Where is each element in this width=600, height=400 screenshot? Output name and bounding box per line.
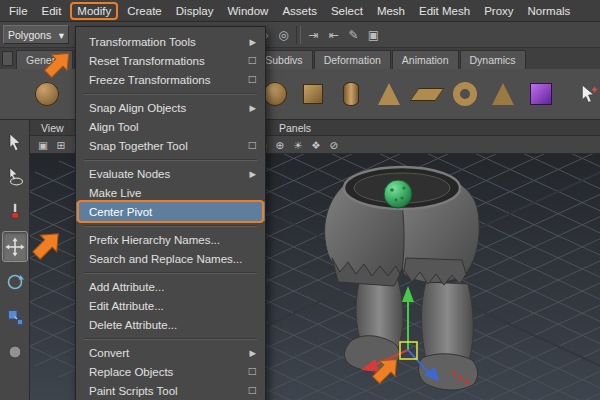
menu-separator xyxy=(84,338,257,339)
last-used-tool[interactable] xyxy=(2,336,28,367)
menu-item-evaluate-nodes[interactable]: Evaluate Nodes▶ xyxy=(76,164,265,183)
menu-separator xyxy=(84,159,257,160)
panel-menu-view[interactable]: View xyxy=(34,121,71,135)
annotation-arrow-shelf xyxy=(40,46,76,86)
polygon-cylinder-icon[interactable] xyxy=(332,72,370,116)
screen-ao-icon[interactable]: ⊘ xyxy=(326,137,342,152)
toolbox xyxy=(0,120,30,400)
submenu-arrow-icon: ▶ xyxy=(249,348,256,358)
submenu-arrow-icon: ▶ xyxy=(249,169,256,179)
panel-menu-panels[interactable]: Panels xyxy=(272,121,318,135)
shelf-tab-dynamics[interactable]: Dynamics xyxy=(460,50,526,69)
menu-select[interactable]: Select xyxy=(324,2,370,20)
option-box-icon[interactable]: □ xyxy=(249,364,256,378)
grid-toggle-icon[interactable]: ⊞ xyxy=(53,137,69,152)
menu-separator xyxy=(84,93,257,94)
select-tool[interactable] xyxy=(2,126,28,157)
polygon-cone-icon[interactable] xyxy=(370,72,408,116)
menu-item-edit-attribute[interactable]: Edit Attribute... xyxy=(76,296,265,315)
render-view-icon[interactable]: ▣ xyxy=(364,25,383,44)
make-live-icon[interactable]: ◎ xyxy=(274,25,293,44)
output-connections-icon[interactable]: ⇤ xyxy=(324,25,343,44)
scale-tool[interactable] xyxy=(2,301,28,332)
maya-window: File Edit Modify Create Display Window A… xyxy=(0,0,600,400)
menu-item-paint-scripts-tool[interactable]: Paint Scripts Tool□ xyxy=(76,381,265,400)
menu-set-selector[interactable]: Polygons ▾ xyxy=(3,25,69,44)
polygon-cube-icon[interactable] xyxy=(294,72,332,116)
menu-assets[interactable]: Assets xyxy=(275,2,324,20)
menu-item-make-live[interactable]: Make Live xyxy=(76,183,265,202)
menu-item-prefix-hierarchy-names[interactable]: Prefix Hierarchy Names... xyxy=(76,230,265,249)
menu-normals[interactable]: Normals xyxy=(521,2,578,20)
menu-proxy[interactable]: Proxy xyxy=(477,2,520,20)
menu-item-center-pivot[interactable]: Center Pivot xyxy=(76,202,265,221)
shelf-tab-switcher-icon[interactable] xyxy=(2,51,13,66)
polygon-prism-icon[interactable] xyxy=(484,72,522,116)
submenu-arrow-icon: ▶ xyxy=(249,37,256,47)
shelf-tab-animation[interactable]: Animation xyxy=(392,50,459,69)
uv-editor-cube-icon[interactable] xyxy=(522,72,560,116)
option-box-icon[interactable]: □ xyxy=(249,138,256,152)
menu-file[interactable]: File xyxy=(2,2,35,20)
option-box-icon[interactable]: □ xyxy=(249,383,256,397)
menu-item-freeze-transformations[interactable]: Freeze Transformations□ xyxy=(76,70,265,89)
modify-dropdown-menu: Transformation Tools▶ Reset Transformati… xyxy=(75,26,266,400)
manipulator-y-arrow xyxy=(402,286,414,302)
polygon-plane-icon[interactable] xyxy=(408,72,446,116)
menu-item-delete-attribute[interactable]: Delete Attribute... xyxy=(76,315,265,334)
menu-item-snap-together-tool[interactable]: Snap Together Tool□ xyxy=(76,136,265,155)
option-box-icon[interactable]: □ xyxy=(249,53,256,67)
input-connections-icon[interactable]: ⇥ xyxy=(304,25,323,44)
shelf-tab-deformation[interactable]: Deformation xyxy=(314,50,391,69)
menu-separator xyxy=(84,272,257,273)
lasso-select-tool[interactable] xyxy=(2,161,28,192)
menu-create[interactable]: Create xyxy=(120,2,169,20)
submenu-arrow-icon: ▶ xyxy=(249,103,256,113)
main-menubar: File Edit Modify Create Display Window A… xyxy=(0,0,600,22)
polygon-torus-icon[interactable] xyxy=(446,72,484,116)
menu-item-search-and-replace-names[interactable]: Search and Replace Names... xyxy=(76,249,265,268)
menu-item-add-attribute[interactable]: Add Attribute... xyxy=(76,277,265,296)
move-tool[interactable] xyxy=(2,231,28,262)
camera-select-icon[interactable]: ▣ xyxy=(35,137,51,152)
chevron-down-icon: ▾ xyxy=(59,29,64,41)
menu-modify[interactable]: Modify xyxy=(70,2,118,20)
pivot-sphere xyxy=(384,180,412,208)
menu-item-transformation-tools[interactable]: Transformation Tools▶ xyxy=(76,32,265,51)
menu-mesh[interactable]: Mesh xyxy=(370,2,412,20)
annotation-arrow-center-pivot xyxy=(28,226,66,268)
lighting-toggle-icon[interactable]: ☀ xyxy=(290,137,306,152)
menu-edit-mesh[interactable]: Edit Mesh xyxy=(412,2,477,20)
menu-set-label: Polygons xyxy=(8,29,51,41)
texture-toggle-icon[interactable]: ❖ xyxy=(308,137,324,152)
menu-separator xyxy=(84,225,257,226)
menu-window[interactable]: Window xyxy=(220,2,275,20)
option-box-icon[interactable]: □ xyxy=(249,72,256,86)
menu-display[interactable]: Display xyxy=(169,2,221,20)
menu-item-align-tool[interactable]: Align Tool xyxy=(76,117,265,136)
xray-mode-icon[interactable]: ⊕ xyxy=(272,137,288,152)
menu-item-replace-objects[interactable]: Replace Objects□ xyxy=(76,362,265,381)
construction-history-icon[interactable]: ✎ xyxy=(344,25,363,44)
rotate-tool[interactable] xyxy=(2,266,28,297)
select-tool-star-icon[interactable] xyxy=(570,72,600,116)
menu-item-reset-transformations[interactable]: Reset Transformations□ xyxy=(76,51,265,70)
paint-select-tool[interactable] xyxy=(2,196,28,227)
annotation-arrow-manipulator xyxy=(368,352,404,392)
menu-item-convert[interactable]: Convert▶ xyxy=(76,343,265,362)
statusline-group-divider[interactable] xyxy=(296,26,301,44)
menu-item-snap-align-objects[interactable]: Snap Align Objects▶ xyxy=(76,98,265,117)
menu-edit[interactable]: Edit xyxy=(35,2,69,20)
